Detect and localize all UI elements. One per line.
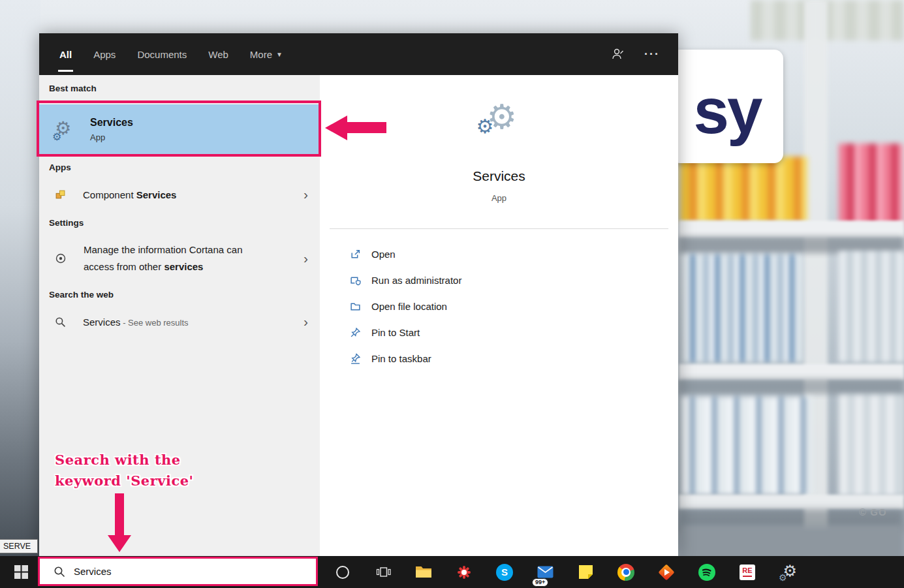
best-match-label: Best match <box>49 84 97 93</box>
skype-icon: S <box>496 564 513 581</box>
photo-watermark: © GO <box>859 506 887 518</box>
re-app-button[interactable]: RE <box>727 556 768 588</box>
wallpaper-bottles-low <box>682 397 813 495</box>
pin-start-icon <box>350 327 361 338</box>
taskbar-tooltip: SERVE <box>0 539 38 553</box>
result-text: Services - See web results <box>83 317 189 328</box>
best-match-subtitle: App <box>90 132 133 142</box>
windows-logo-icon <box>14 565 28 579</box>
mail-button[interactable]: 99+ <box>525 556 565 588</box>
search-icon <box>54 566 65 578</box>
action-label: Pin to Start <box>371 327 420 338</box>
settings-section-label: Settings <box>49 218 84 228</box>
start-button[interactable] <box>6 556 36 588</box>
brand-card: sy <box>671 50 783 163</box>
wallpaper-bottles-low-right <box>839 395 904 496</box>
diamond-app-icon <box>658 564 675 581</box>
cortana-icon <box>55 253 67 264</box>
wallpaper-shelf-shadow-2 <box>679 379 904 394</box>
search-input[interactable]: Services <box>38 557 318 586</box>
cortana-icon <box>336 566 349 579</box>
chrome-button[interactable] <box>606 556 646 588</box>
wallpaper-pink-products <box>839 144 904 225</box>
chevron-right-icon: › <box>304 314 308 330</box>
search-flyout: All Apps Documents Web More ▼ ··· Best m… <box>39 33 678 556</box>
file-explorer-icon <box>415 565 432 579</box>
action-open[interactable]: Open <box>320 241 678 267</box>
action-label: Open <box>371 249 396 260</box>
spotify-icon <box>698 564 715 581</box>
diamond-app-button[interactable] <box>646 556 687 588</box>
user-account-icon[interactable] <box>610 47 625 61</box>
wallpaper-bottles-mid <box>684 255 803 362</box>
result-text: Component Services <box>83 189 176 200</box>
taskbar-icons: S 99+ RE <box>322 556 808 588</box>
action-pin-to-taskbar[interactable]: Pin to taskbar <box>320 345 678 371</box>
wallpaper-bottles-mid-right <box>839 251 904 362</box>
web-section-label: Search the web <box>49 290 114 300</box>
search-icon <box>55 317 66 328</box>
result-web-search[interactable]: Services - See web results › <box>39 309 320 334</box>
services-gear-icon: ⚙ ⚙ <box>55 119 77 140</box>
component-services-icon <box>55 189 66 200</box>
mail-unread-badge: 99+ <box>532 578 548 587</box>
result-component-services[interactable]: Component Services › <box>39 182 320 207</box>
search-input-value: Services <box>74 566 112 577</box>
wallpaper-yellow-products <box>680 157 807 222</box>
task-view-button[interactable] <box>363 556 403 588</box>
tab-documents[interactable]: Documents <box>137 33 187 75</box>
chrome-icon <box>617 564 634 581</box>
file-explorer-button[interactable] <box>403 556 444 588</box>
result-text: Manage the information Cortana can acces… <box>84 241 242 275</box>
services-gear-icon: ⚙⚙ <box>779 563 797 581</box>
more-options-icon[interactable]: ··· <box>644 48 660 61</box>
chevron-down-icon: ▼ <box>276 51 283 58</box>
tab-all[interactable]: All <box>59 33 72 75</box>
search-results-body: Best match ⚙ ⚙ Services App Apps Compone… <box>39 75 678 556</box>
preview-title: Services <box>320 168 678 184</box>
chevron-right-icon: › <box>304 187 308 202</box>
cortana-button[interactable] <box>322 556 363 588</box>
results-pane: Best match ⚙ ⚙ Services App Apps Compone… <box>39 75 320 556</box>
action-label: Run as administrator <box>371 275 461 286</box>
action-label: Pin to taskbar <box>371 353 431 364</box>
spotify-button[interactable] <box>687 556 727 588</box>
wallpaper-left-strip <box>0 0 40 588</box>
tab-more-label: More <box>250 49 272 60</box>
open-icon <box>350 249 361 260</box>
tab-apps[interactable]: Apps <box>93 33 116 75</box>
run-admin-icon <box>350 275 361 286</box>
filter-tabs: All Apps Documents Web More ▼ <box>39 33 283 75</box>
task-view-icon <box>376 566 391 578</box>
search-filter-header: All Apps Documents Web More ▼ ··· <box>39 33 678 75</box>
preview-subtitle: App <box>320 193 678 203</box>
services-app-icon: ⚙⚙ <box>476 100 522 142</box>
action-pin-to-start[interactable]: Pin to Start <box>320 319 678 345</box>
best-match-result[interactable]: ⚙ ⚙ Services App <box>39 104 320 155</box>
action-label: Open file location <box>371 301 447 312</box>
skype-button[interactable]: S <box>484 556 525 588</box>
preview-pane: ⚙⚙ Services App Open Run as admini <box>320 75 678 556</box>
action-run-as-administrator[interactable]: Run as administrator <box>320 267 678 293</box>
mail-icon <box>537 566 553 578</box>
file-location-icon <box>350 301 361 312</box>
apps-section-label: Apps <box>49 162 71 172</box>
wallpaper-shelf-1 <box>679 221 904 238</box>
wallpaper-shelf-2 <box>679 364 904 380</box>
sticky-notes-icon <box>578 565 593 580</box>
tab-more[interactable]: More ▼ <box>250 33 283 75</box>
action-open-file-location[interactable]: Open file location <box>320 293 678 319</box>
tab-web[interactable]: Web <box>208 33 228 75</box>
result-cortana-setting[interactable]: Manage the information Cortana can acces… <box>39 238 320 279</box>
chevron-right-icon: › <box>304 251 308 266</box>
best-match-text: Services App <box>90 117 133 142</box>
services-tray-button[interactable]: ⚙⚙ <box>768 556 808 588</box>
starburst-app-button[interactable] <box>444 556 484 588</box>
best-match-title: Services <box>90 117 133 129</box>
starburst-app-icon <box>456 564 473 581</box>
sticky-notes-button[interactable] <box>565 556 606 588</box>
re-app-icon: RE <box>740 565 755 580</box>
brand-card-text: sy <box>693 70 760 143</box>
divider <box>330 228 668 229</box>
header-icons: ··· <box>610 47 678 61</box>
